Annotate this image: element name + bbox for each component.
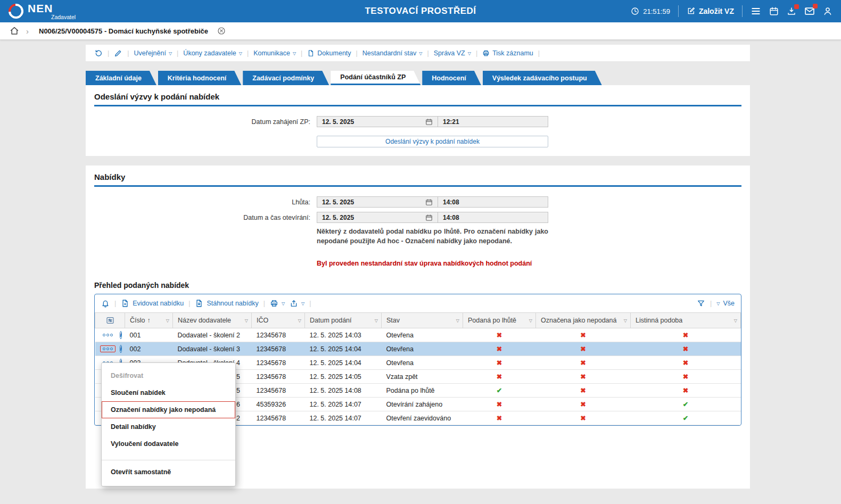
- menu-dokumenty[interactable]: Dokumenty: [307, 49, 351, 57]
- opening-time-input[interactable]: 14:08: [438, 212, 548, 223]
- calendar-icon[interactable]: [769, 6, 779, 16]
- info-icon[interactable]: i: [120, 345, 122, 353]
- cell-late: ✖: [463, 328, 536, 342]
- home-icon[interactable]: [10, 26, 19, 36]
- cell-not-submitted: ✖: [536, 398, 631, 411]
- column-filter-icon[interactable]: ▽: [166, 318, 169, 323]
- column-filter-icon[interactable]: ▽: [245, 318, 248, 323]
- menu-item-desifrovat: Dešifrovat: [102, 367, 235, 384]
- tab-hodnoceni[interactable]: Hodnocení: [422, 71, 481, 85]
- start-date-input[interactable]: 12. 5. 2025: [317, 116, 438, 127]
- menu-item-detail-nabidky[interactable]: Detail nabídky: [102, 418, 235, 435]
- column-filter-icon[interactable]: ▽: [375, 318, 378, 323]
- register-bid-button[interactable]: Evidovat nabídku: [121, 299, 184, 308]
- chevron-down-icon: ▽: [468, 52, 471, 56]
- nen-brand[interactable]: NEN Zadavatel: [9, 3, 76, 20]
- column-filter-icon[interactable]: ▽: [529, 318, 532, 323]
- deadline-time-input[interactable]: 14:08: [438, 196, 548, 208]
- menu-nestandardni-stav[interactable]: Nestandardní stav ▽: [362, 49, 423, 57]
- cell-paper: ✖: [631, 384, 741, 398]
- menu-uverejneni[interactable]: Uveřejnění ▽: [134, 49, 172, 57]
- cell-status: Otevření zaevidováno: [382, 411, 463, 425]
- column-settings-icon[interactable]: [98, 316, 121, 325]
- user-icon[interactable]: [823, 6, 832, 16]
- register-bid-icon: [121, 299, 129, 308]
- downloads-icon[interactable]: [787, 6, 796, 16]
- cell-ico: 12345678: [252, 356, 305, 370]
- start-time-input[interactable]: 12:21: [438, 116, 548, 127]
- calendar-icon[interactable]: [425, 199, 433, 206]
- table-row[interactable]: i 001 Dodavatel - školení 2 12345678 12.…: [95, 328, 741, 342]
- breadcrumb-record[interactable]: N006/25/V00004575 - Domácí kuchyňské spo…: [39, 27, 208, 35]
- col-ico[interactable]: IČO ▽: [252, 313, 305, 328]
- cell-not-submitted: ✖: [536, 328, 631, 342]
- bids-section-title: Nabídky: [94, 172, 741, 181]
- tab-zakladni-udaje[interactable]: Základní údaje: [86, 71, 156, 85]
- grid-export-button[interactable]: ▽: [290, 299, 304, 308]
- row-menu-icon[interactable]: [100, 345, 116, 352]
- cell-submitted: 12. 5. 2025 14:05: [305, 370, 382, 384]
- menu-sprava-vz[interactable]: Správa VZ ▽: [434, 49, 471, 57]
- info-icon[interactable]: i: [120, 331, 122, 339]
- row-menu-icon[interactable]: [100, 332, 116, 338]
- menu-icon[interactable]: [751, 6, 761, 16]
- col-oznacena-nepodana[interactable]: Označena jako nepodaná ▽: [536, 313, 631, 328]
- col-listinna-podoba[interactable]: Listinná podoba ▽: [631, 313, 741, 328]
- tab-kriteria-hodnoceni[interactable]: Kritéria hodnocení: [158, 71, 241, 85]
- col-datum-podani[interactable]: Datum podání ▽: [305, 313, 382, 328]
- col-podana-po-lhute[interactable]: Podaná po lhůtě ▽: [463, 313, 536, 328]
- menu-ukony-zadavatele[interactable]: Úkony zadavatele ▽: [183, 49, 242, 57]
- menu-item-oznaceni-nepodana[interactable]: Označení nabídky jako nepodaná: [102, 401, 235, 418]
- filter-all-button[interactable]: ▽ Vše: [716, 300, 735, 307]
- tab-zadavaci-podminky[interactable]: Zadávací podmínky: [243, 71, 329, 85]
- menu-komunikace[interactable]: Komunikace ▽: [253, 49, 296, 57]
- column-filter-icon[interactable]: ▽: [456, 318, 459, 323]
- nonstandard-state-warning: Byl proveden nestandardní stav úprava na…: [317, 260, 741, 267]
- table-row-selected[interactable]: i 002 Dodavatel - školení 3 12345678 12.…: [95, 342, 741, 356]
- cell-paper: ✖: [631, 370, 741, 384]
- cell-paper: ✖: [631, 356, 741, 370]
- tab-vysledek-postupu[interactable]: Výsledek zadávacího postupu: [483, 71, 602, 85]
- row-context-menu: Dešifrovat Sloučení nabídek Označení nab…: [101, 362, 236, 486]
- cell-submitted: 12. 5. 2025 14:07: [305, 398, 382, 411]
- calendar-icon[interactable]: [425, 214, 433, 221]
- grid-print-button[interactable]: ▽: [270, 299, 285, 308]
- cell-submitted: 12. 5. 2025 14:08: [305, 384, 382, 398]
- messages-icon[interactable]: [804, 6, 815, 16]
- close-record-icon[interactable]: [217, 27, 226, 35]
- deadline-date-input[interactable]: 12. 5. 2025: [317, 196, 438, 208]
- cell-ico: 12345678: [252, 411, 305, 425]
- cell-late: ✖: [463, 356, 536, 370]
- tab-podani-ucastniku[interactable]: Podání účastníků ZP: [331, 71, 420, 85]
- menu-tisk-zaznamu[interactable]: Tisk záznamu: [482, 49, 533, 57]
- download-bids-button[interactable]: Stáhnout nabídky: [195, 299, 258, 308]
- col-stav[interactable]: Stav ▽: [382, 313, 463, 328]
- chevron-down-icon: ▽: [169, 52, 172, 56]
- cell-status: Otevřena: [382, 328, 463, 342]
- send-invite-button[interactable]: Odeslání výzvy k podání nabídek: [317, 136, 548, 147]
- menu-item-otevrit-samostatne[interactable]: Otevřít samostatně: [102, 464, 235, 481]
- col-nazev-dodavatele[interactable]: Název dodavatele ▽: [173, 313, 252, 328]
- menu-item-vylouceni-dodavatele[interactable]: Vyloučení dodavatele: [102, 435, 235, 452]
- cell-late: ✔: [463, 384, 536, 398]
- menu-item-slouceni-nabidek[interactable]: Sloučení nabídek: [102, 384, 235, 401]
- session-time: 21:51:59: [643, 7, 670, 15]
- col-cislo[interactable]: Číslo↑ ▽: [125, 313, 173, 328]
- cell-ico: 12345678: [252, 328, 305, 342]
- create-vz-button[interactable]: Založit VZ: [687, 7, 734, 15]
- cell-submitted: 12. 5. 2025 14:07: [305, 411, 382, 425]
- bell-icon[interactable]: [101, 299, 110, 308]
- printer-icon: [270, 299, 278, 308]
- column-filter-icon[interactable]: ▽: [298, 318, 301, 323]
- column-filter-icon[interactable]: ▽: [624, 318, 627, 323]
- column-filter-icon[interactable]: ▽: [734, 318, 737, 323]
- edit-icon[interactable]: [114, 49, 122, 57]
- printer-icon: [482, 49, 490, 57]
- brand-role: Zadavatel: [51, 14, 76, 20]
- history-icon[interactable]: [94, 49, 103, 57]
- calendar-icon[interactable]: [425, 118, 433, 126]
- filter-icon[interactable]: [697, 299, 705, 308]
- opening-date-input[interactable]: 12. 5. 2025: [317, 212, 438, 223]
- chevron-down-icon: ▽: [716, 302, 720, 306]
- grid-title: Přehled podaných nabídek: [94, 281, 741, 290]
